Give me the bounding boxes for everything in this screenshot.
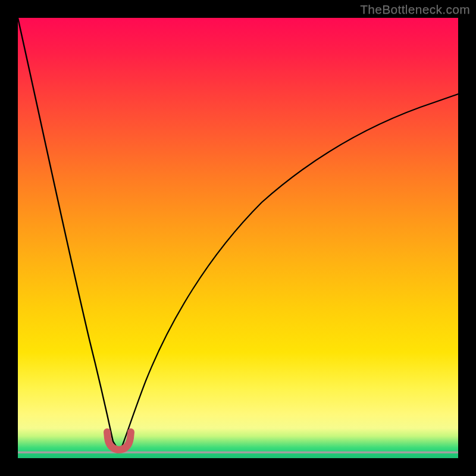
plot-frame — [18, 18, 458, 458]
curve-right — [122, 94, 458, 446]
min-marker-u — [107, 432, 131, 450]
curve-left — [18, 18, 116, 446]
watermark-text: TheBottleneck.com — [360, 2, 470, 17]
curves-layer — [18, 18, 458, 458]
